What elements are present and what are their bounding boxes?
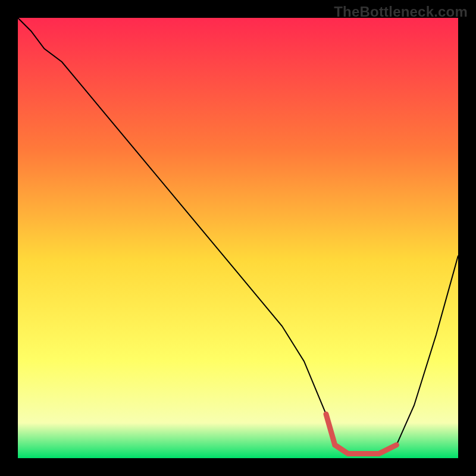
gradient-background <box>18 18 458 458</box>
chart-frame: TheBottleneck.com <box>0 0 476 476</box>
chart-plot-area <box>18 18 458 458</box>
chart-svg <box>18 18 458 458</box>
